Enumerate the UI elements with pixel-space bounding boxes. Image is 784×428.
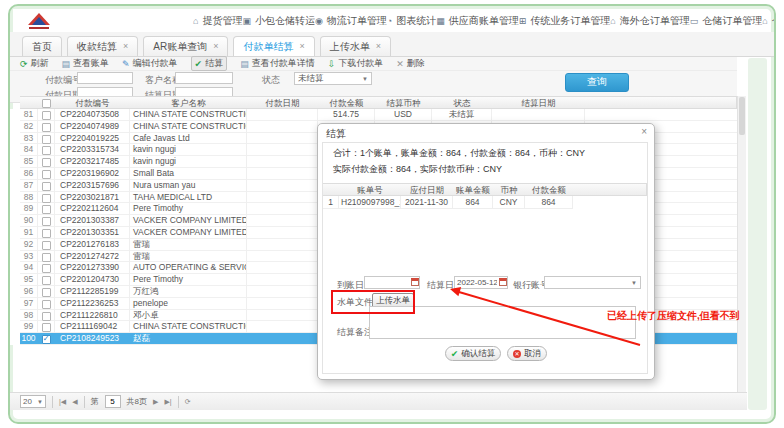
row-checkbox[interactable] — [42, 276, 51, 285]
toolbar-button-1[interactable]: ▤查看账单 — [62, 57, 110, 70]
close-icon[interactable]: × — [641, 126, 647, 137]
row-checkbox[interactable] — [42, 229, 51, 238]
select-all-header[interactable] — [38, 96, 56, 109]
bank-account-select[interactable]: ▼ — [544, 276, 641, 289]
cell-pdate — [247, 251, 318, 263]
first-page-button[interactable]: |◀ — [59, 398, 66, 406]
row-checkbox[interactable] — [42, 111, 51, 120]
row-checkbox-cell — [38, 144, 55, 156]
next-page-button[interactable]: ▶ — [153, 398, 158, 406]
payment-no-input[interactable] — [77, 72, 133, 84]
col-header-customer[interactable]: 客户名称 — [130, 96, 248, 109]
col-header-payment-no[interactable]: 付款编号 — [55, 96, 131, 109]
nav-item-6[interactable]: ⌂海外仓订单管理 — [610, 14, 689, 28]
col-header-settle-date[interactable]: 结算日期 — [492, 96, 586, 109]
close-icon[interactable]: × — [376, 42, 381, 51]
col-header-payment-date[interactable]: 付款日期 — [247, 96, 319, 109]
nav-item-7[interactable]: ▭仓储订单管理 — [690, 14, 763, 28]
customer-name-input[interactable] — [175, 72, 233, 84]
scrollbar-thumb[interactable] — [739, 97, 745, 135]
last-page-button[interactable]: ▶| — [164, 398, 171, 406]
status-select-value: 未结算 — [298, 73, 324, 85]
row-checkbox[interactable] — [42, 323, 51, 332]
row-checkbox[interactable] — [42, 312, 51, 321]
calendar-icon[interactable] — [499, 278, 507, 286]
cell-name: Nura usman yau — [130, 180, 247, 192]
close-icon[interactable]: × — [299, 42, 304, 51]
row-checkbox[interactable] — [42, 123, 51, 132]
row-checkbox[interactable] — [42, 300, 51, 309]
row-checkbox-cell: ✓ — [38, 333, 55, 345]
nav-item-8[interactable]: ⌂仓储管理 — [762, 14, 776, 28]
prev-page-button[interactable]: ◀ — [72, 398, 77, 406]
row-checkbox[interactable] — [42, 264, 51, 273]
tab-1[interactable]: 收款结算× — [67, 36, 138, 56]
calendar-icon[interactable] — [411, 278, 419, 286]
cell-code: CP2203196902 — [55, 168, 130, 180]
status-select[interactable]: 未结算 ▼ — [294, 72, 372, 85]
page-size-select[interactable]: 20 ▼ — [20, 395, 46, 408]
nav-item-1[interactable]: ▣小包仓储转运 — [242, 14, 315, 28]
table-row[interactable]: 81CP2204073508CHINA STATE CONSTRUCTION E… — [20, 109, 737, 121]
cell-status: 未结算 — [432, 109, 492, 121]
toolbar-button-label: 查看账单 — [73, 57, 109, 70]
row-checkbox[interactable] — [42, 170, 51, 179]
confirm-settle-button[interactable]: ✔ 确认结算 — [445, 346, 501, 361]
cell-pdate — [247, 144, 318, 156]
nav-item-2[interactable]: ◉物流订单管理 — [315, 14, 387, 28]
bill-filler-header — [573, 183, 647, 196]
toolbar-button-3[interactable]: ✔结算 — [191, 56, 228, 71]
nav-item-5[interactable]: ⊞传统业务订单管理 — [519, 14, 611, 28]
row-checkbox[interactable] — [42, 205, 51, 214]
row-checkbox[interactable] — [42, 241, 51, 250]
nav-item-3[interactable]: ◔图表统计 — [387, 14, 436, 28]
toolbar-button-2[interactable]: ✎编辑付款单 — [122, 57, 178, 70]
rownum-header — [20, 96, 39, 109]
bill-pay-amount-cell: 864 — [525, 196, 573, 209]
cell-code: CP2201303387 — [55, 215, 130, 227]
pager-refresh-icon[interactable]: ⟳ — [185, 398, 191, 406]
settlement-dialog: 结算 × 合计：1个账单，账单金额：864，付款金额：864，币种：CNY 实际… — [317, 123, 655, 380]
row-checkbox[interactable] — [42, 288, 51, 297]
toolbar-button-6[interactable]: ✕删除 — [396, 57, 425, 70]
row-checkbox-cell — [38, 192, 55, 204]
page-number-input[interactable] — [105, 395, 121, 408]
row-checkbox[interactable] — [42, 146, 51, 155]
tab-0[interactable]: 首页 — [22, 36, 62, 56]
row-checkbox[interactable] — [42, 182, 51, 191]
row-checkbox[interactable] — [42, 194, 51, 203]
toolbar-button-0[interactable]: ⟳刷新 — [20, 57, 49, 70]
due-date-cell: 2021-11-30 — [401, 196, 453, 209]
col-header-amount[interactable]: 付款金额 — [318, 96, 376, 109]
nav-item-0[interactable]: ⌂提货管理 — [193, 14, 242, 28]
tab-3[interactable]: 付款单结算× — [233, 36, 314, 56]
cancel-button[interactable]: ✕ 取消 — [507, 346, 547, 361]
cell-pdate — [247, 310, 318, 322]
close-icon[interactable]: × — [123, 42, 128, 51]
cell-num: 96 — [20, 286, 38, 298]
toolbar-button-5[interactable]: ⇩下载付款单 — [328, 57, 384, 70]
row-checkbox[interactable] — [42, 217, 51, 226]
row-checkbox[interactable] — [42, 135, 51, 144]
row-checkbox-cell — [38, 133, 55, 145]
select-all-checkbox[interactable] — [42, 99, 51, 108]
row-checkbox-cell — [38, 156, 55, 168]
cell-pdate — [247, 192, 318, 204]
nav-item-4[interactable]: ▦供应商账单管理 — [436, 14, 519, 28]
col-header-currency[interactable]: 结算币种 — [375, 96, 433, 109]
cell-name: CHINA STATE CONSTRUCTION ENGINEEI — [130, 321, 247, 333]
row-checkbox[interactable] — [42, 253, 51, 262]
dialog-summary-1: 合计：1个账单，账单金额：864，付款金额：864，币种：CNY — [333, 147, 585, 160]
col-header-status[interactable]: 状态 — [432, 96, 493, 109]
cell-name: 万红鸿 — [130, 286, 247, 298]
toolbar-button-4[interactable]: ▤查看付款单详情 — [240, 57, 315, 70]
close-icon[interactable]: × — [213, 42, 218, 51]
bill-rownum-header — [323, 183, 340, 196]
tab-2[interactable]: AR账单查询× — [143, 36, 228, 56]
search-button[interactable]: 查询 — [565, 73, 629, 92]
tab-4[interactable]: 上传水单× — [320, 36, 391, 56]
row-checkbox[interactable] — [42, 158, 51, 167]
cell-code: CP2108249523 — [55, 333, 130, 345]
cell-name: CHINA STATE CONSTRUCTION ENGINEEI — [130, 109, 247, 121]
row-checkbox[interactable]: ✓ — [42, 335, 51, 344]
